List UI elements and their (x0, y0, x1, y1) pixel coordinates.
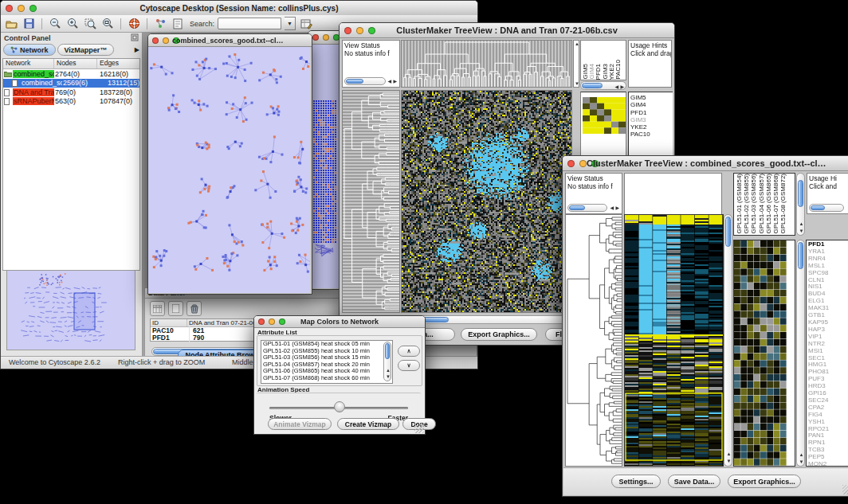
open-file-icon[interactable] (4, 17, 18, 31)
tv1-status-scrollbar[interactable] (344, 77, 386, 85)
scroll-thumb[interactable] (811, 205, 825, 210)
zoom-out-icon[interactable] (48, 17, 62, 31)
network-table-row[interactable]: sRNAPuberNov2+563(0)107847(0) (3, 97, 139, 107)
close-button[interactable] (312, 34, 319, 41)
tv1-column-label[interactable]: GIM3 (603, 64, 608, 80)
scroll-down-arrow[interactable]: ▼ (799, 229, 804, 233)
scroll-up-arrow[interactable]: ▲ (727, 451, 732, 456)
scroll-thumb[interactable] (346, 79, 363, 84)
gene-label[interactable]: YKE2 (629, 123, 673, 131)
tv2-column-label[interactable]: GPL51-02 (GSM855) (744, 174, 749, 234)
float-panel-icon[interactable] (131, 33, 139, 43)
animate-vizmap-button[interactable]: Animate Vizmap (268, 418, 332, 430)
tv2-zoom-heatmap-panel[interactable] (733, 240, 795, 467)
scroll-thumb[interactable] (798, 180, 803, 207)
scroll-left-arrow[interactable]: ◀ (614, 84, 618, 89)
treeview1-titlebar[interactable]: ClusterMaker TreeView : DNA and Tran 07-… (340, 23, 674, 38)
scroll-right-arrow[interactable]: ▶ (393, 79, 397, 84)
gene-label[interactable]: GIM5 (629, 94, 673, 101)
dialog-titlebar[interactable]: Map Colors to Network (254, 316, 425, 328)
scroll-thumb[interactable] (582, 83, 603, 88)
minimize-button[interactable] (18, 5, 25, 12)
scroll-up-arrow[interactable]: ▲ (799, 221, 804, 226)
zoom-fit-icon[interactable] (100, 17, 115, 31)
tv1-column-label[interactable]: GIM5 (583, 64, 588, 80)
tv1-row-dendrogram[interactable] (342, 90, 400, 313)
tab-network[interactable]: Network (3, 44, 56, 56)
network-overview-canvas[interactable] (7, 271, 133, 348)
tv2-status-scrollbar[interactable] (567, 204, 607, 212)
tv2-settings-button[interactable]: Settings... (611, 475, 661, 488)
tv2-column-label[interactable]: GPL51-07 (GSM868) (773, 174, 779, 234)
gene-label[interactable]: GIM4 (629, 101, 673, 108)
gene-label[interactable]: MON2 (807, 461, 848, 467)
save-icon[interactable] (22, 17, 36, 31)
close-button[interactable] (152, 37, 159, 44)
gene-label[interactable]: PFD1 (629, 109, 673, 116)
tv1-mini-vscrollbar[interactable]: ▲▼ (573, 40, 579, 88)
tv2-export-graphics-button[interactable]: Export Graphics... (728, 475, 801, 488)
minimize-button[interactable] (579, 160, 587, 167)
heatmap-canvas[interactable] (402, 91, 571, 312)
scroll-thumb[interactable] (725, 217, 731, 247)
scroll-left-arrow[interactable]: ◀ (610, 205, 614, 210)
tv2-hints-scrollbar[interactable] (809, 204, 844, 212)
tv2-column-label[interactable]: GPL51-01 (GSM854) (736, 174, 742, 234)
tv1-export-graphics-button[interactable]: Export Graphics... (461, 328, 537, 341)
scroll-down-arrow[interactable]: ▼ (727, 459, 732, 463)
tv2-column-label[interactable]: GPL51-03 (GSM856) (751, 174, 756, 234)
network-overview-thumbnail[interactable] (6, 270, 135, 350)
tv2-column-label[interactable]: GPL51-04 (GSM857) (759, 174, 764, 234)
tv2-save-data-button[interactable]: Save Data... (668, 475, 720, 488)
animation-slider-thumb[interactable] (334, 401, 345, 412)
tv2-labels-vscrollbar[interactable]: ▲ ▼ (796, 173, 805, 236)
zoom-selected-icon[interactable] (83, 17, 97, 31)
search-input[interactable] (218, 18, 281, 29)
tv2-gene-vscrollbar[interactable]: ▲ ▼ (796, 240, 805, 467)
scroll-down-arrow[interactable]: ▼ (799, 459, 804, 464)
tv1-column-label[interactable]: YKE2 (609, 64, 614, 80)
treeview2-titlebar[interactable]: ClusterMaker TreeView : combined_scores_… (563, 156, 848, 171)
tv2-column-label[interactable]: GPL51-08 (GSM872) (780, 174, 786, 234)
col-nodes[interactable]: Nodes (54, 59, 97, 68)
background-network-window[interactable] (308, 30, 342, 290)
network-table-row[interactable]: combined_scores_2764(0)16218(0) (3, 69, 139, 79)
scroll-down-arrow[interactable]: ▼ (386, 374, 391, 379)
scroll-thumb[interactable] (385, 343, 390, 359)
scroll-thumb[interactable] (798, 242, 803, 269)
tv2-global-vscrollbar[interactable]: ▲ ▼ (724, 214, 732, 467)
tv1-column-label[interactable]: PFD1 (595, 64, 601, 80)
tv2-gene-list[interactable]: PFD1YRA1RNR4MSL1SPC98CLN1NIS1BUD4ELG1MAK… (806, 240, 848, 467)
correlation-matrix-canvas[interactable] (583, 97, 626, 134)
network-table-row[interactable]: combined_sco2569(6)13112(15) (3, 79, 139, 88)
row-dendrogram-canvas[interactable] (566, 215, 622, 466)
close-button[interactable] (6, 5, 13, 12)
tab-vizmapper[interactable]: VizMapper™ (57, 44, 115, 56)
scroll-up-arrow[interactable]: ▲ (799, 452, 804, 457)
search-dropdown-arrow[interactable]: ▼ (285, 17, 296, 30)
gene-label[interactable]: PAC10 (629, 131, 673, 138)
col-edges[interactable]: Edges (97, 59, 139, 68)
network-table-header[interactable]: Network Nodes Edges (3, 59, 139, 69)
tv2-column-label[interactable]: GPL51-06 (GSM865) (766, 174, 771, 234)
tv1-column-dendrogram[interactable] (401, 40, 572, 88)
close-button[interactable] (344, 27, 351, 34)
resize-grip[interactable] (414, 424, 424, 433)
dense-network-canvas[interactable] (308, 45, 340, 288)
zoom-in-icon[interactable] (65, 17, 80, 31)
gene-label[interactable]: GIM3 (629, 116, 673, 123)
tv2-row-dendrogram[interactable] (565, 214, 622, 467)
table-edit-icon[interactable] (299, 17, 313, 31)
minimize-button[interactable] (163, 37, 169, 44)
create-vizmap-button[interactable]: Create Vizmap (337, 418, 399, 430)
scroll-left-arrow[interactable]: ◀ (387, 79, 391, 84)
select-attributes-icon[interactable] (150, 301, 165, 316)
help-lifering-icon[interactable] (127, 17, 141, 31)
tv1-labels-hscrollbar[interactable]: ◀ ▶ (580, 81, 626, 90)
new-attribute-icon[interactable] (168, 301, 183, 316)
close-button[interactable] (567, 160, 575, 167)
vizmap-icon[interactable] (153, 17, 167, 31)
tv1-column-label[interactable]: PAC10 (615, 60, 621, 80)
col-network[interactable]: Network (3, 59, 54, 68)
attribute-list-scrollbar[interactable]: ▲ ▼ (383, 342, 391, 381)
